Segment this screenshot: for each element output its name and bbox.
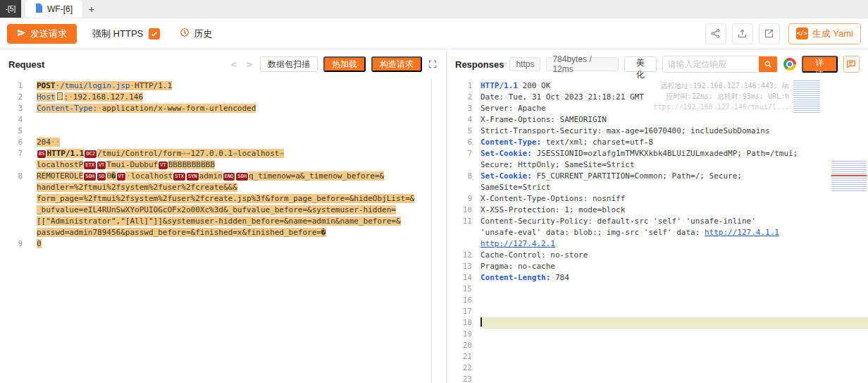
editor-line[interactable]: 11Content-Security-Policy:·default-src·'… [447,216,868,250]
code-segment: form_page=%2ftmui%2fsystem%2fuser%2fcrea… [37,194,414,203]
response-editor[interactable]: 远程地址:192.168.127.146:443; 响 应时间:12ms; 总耗… [447,79,868,383]
open-in-chrome-button[interactable] [783,58,796,71]
minimap-marker [831,175,867,176]
editor-line[interactable]: 3Content-Type:·application/x-www-form-ur… [0,103,446,114]
previous-tab-fragment[interactable]: -[5] [0,0,21,18]
response-panel: Responses https 784bytes / 12ms 美化 详情 远程… [447,49,868,383]
code-segment: 204·· [37,138,60,147]
search-icon-button[interactable] [759,56,777,72]
editor-row: SameSite=Strict [480,182,868,193]
editor-line[interactable]: 5Strict-Transport-Security:·max-age=1607… [447,126,868,137]
code-segment: localhostP [37,160,83,169]
editor-line[interactable]: 90 [0,238,446,250]
force-https-checkbox[interactable] [149,28,160,39]
code-segment: 0 [37,239,42,248]
code-segment: ·HTTP/1.1 [130,81,172,90]
new-tab-button[interactable]: + [82,0,101,18]
editor-line[interactable]: 23 [447,374,868,383]
control-char-token: DC2 [85,150,97,158]
editor-line[interactable]: 19 [447,329,868,340]
hot-reload-button[interactable]: 热加载 [323,56,366,72]
editor-row [480,329,868,340]
editor-line[interactable]: 21 [447,351,868,363]
minimap-text-block [793,80,820,113]
editor-line[interactable]: 14Content-Length:·784 [447,272,868,284]
line-number: 15 [447,284,480,295]
editor-line[interactable]: 8REMOTEROLESOHSO0�VT·localhostSTXSYNadmi… [0,171,446,238]
editor-row: REMOTEROLESOHSO0�VT·localhostSTXSYNadmin… [37,171,446,182]
editor-line[interactable]: 4 [0,114,446,126]
export-button[interactable] [732,23,753,44]
code-segment: /tmui/login.jsp [60,81,130,90]
line-number: 21 [447,351,480,363]
code-segment: Set-Cookie: [480,171,532,181]
editor-line[interactable]: 6Content-Type:·text/xml;·charset=utf-8 [447,137,868,148]
minimap[interactable] [831,161,867,192]
line-number: 9 [447,193,480,205]
request-editor-scroll-track[interactable] [431,79,432,383]
request-panel: Request < > 数据包扫描 热加载 构造请求 1POST·/tmui/l… [0,49,447,383]
editor-line[interactable]: 7Set-Cookie:·JSESSIONID=ozlafg1mTMVKXkbk… [447,148,868,171]
line-number: 11 [447,216,480,250]
prev-request-button[interactable]: < [229,59,239,70]
text-cursor [480,317,482,327]
editor-line[interactable]: 7BSHTTP/1.1DC2/tmui/Control/form→→127.0.… [0,148,446,171]
editor-line[interactable]: 16 [447,295,868,306]
editor-row [480,295,868,306]
editor-line[interactable]: 22 [447,363,868,374]
line-number: 4 [447,114,480,126]
edit-button[interactable] [759,23,780,44]
expand-icon[interactable] [428,59,438,69]
boxed-char [57,92,63,100]
code-segment: SameSite=Strict [480,183,550,192]
code-segment: [["Administrator","[All]"]]&systemuser-h… [37,217,401,226]
editor-line[interactable]: 1POST·/tmui/login.jsp·HTTP/1.1 [0,80,446,92]
editor-line[interactable]: 10X-XSS-Protection:·1;·mode=block [447,205,868,216]
response-panel-header: Responses https 784bytes / 12ms 美化 详情 [447,49,868,79]
line-number: 19 [447,329,480,340]
editor-line[interactable]: 4X-Frame-Options:·SAMEORIGIN [447,114,868,126]
generate-yaml-button[interactable]: </> 生成 Yaml [788,23,861,44]
details-button[interactable]: 详情 [802,56,838,73]
request-editor[interactable]: 1POST·/tmui/login.jsp·HTTP/1.12Host:·192… [0,79,446,383]
editor-line[interactable]: 5 [0,126,446,137]
editor-line[interactable]: 20 [447,340,868,351]
line-number: 14 [447,272,480,284]
tab-webfuzzer[interactable]: WF-[6] [25,0,82,18]
code-segment: ·localhost [126,171,173,181]
code-segment: X-XSS-Protection:·1;·mode=block [480,205,625,214]
code-segment: admin [199,171,223,181]
meta-line: 应时间:12ms; 总耗时:93ms; URL:h [653,91,789,102]
build-request-button[interactable]: 构造请求 [371,56,422,72]
control-char-token: SYN [187,173,199,181]
editor-line[interactable]: 15 [447,284,868,295]
history-button[interactable]: 历史 [180,28,212,40]
line-number: 22 [447,363,480,374]
editor-line[interactable]: 18 [447,317,868,329]
editor-line[interactable]: 12Cache-Control:·no-store [447,250,868,261]
line-number: 8 [447,171,480,193]
response-search-input[interactable] [663,56,759,72]
response-meta-info: 远程地址:192.168.127.146:443; 响 应时间:12ms; 总耗… [653,80,789,112]
code-segment: HTTP/1.1 [480,81,518,90]
clock-icon [180,28,190,39]
send-request-button[interactable]: 发送请求 [7,24,77,44]
code-segment: Set-Cookie: [480,149,532,158]
line-number: 18 [447,317,480,329]
editor-line[interactable]: 2Host:·192.168.127.146 [0,92,446,103]
code-segment: http://127.4.2.1 [480,239,555,248]
response-report-button[interactable] [843,56,860,73]
next-request-button[interactable]: > [244,59,254,70]
editor-row: Content-Length:·784 [480,272,868,284]
editor-line[interactable]: 6204·· [0,137,446,148]
editor-line[interactable]: 13Pragma:·no-cache [447,261,868,272]
share-button[interactable] [705,23,726,44]
editor-row: 'unsafe-eval'·data:·blob:;·img-src·'self… [480,227,868,238]
editor-line[interactable]: 8Set-Cookie:·F5_CURRENT_PARTITION=Common… [447,171,868,193]
editor-row: Set-Cookie:·JSESSIONID=ozlafg1mTMVKXkbk4… [480,148,868,159]
editor-line[interactable]: 17 [447,306,868,317]
beautify-button[interactable]: 美化 [624,56,656,72]
packet-scan-button[interactable]: 数据包扫描 [260,56,318,72]
line-number: 4 [0,114,37,126]
editor-line[interactable]: 9X-Content-Type-Options:·nosniff [447,193,868,205]
